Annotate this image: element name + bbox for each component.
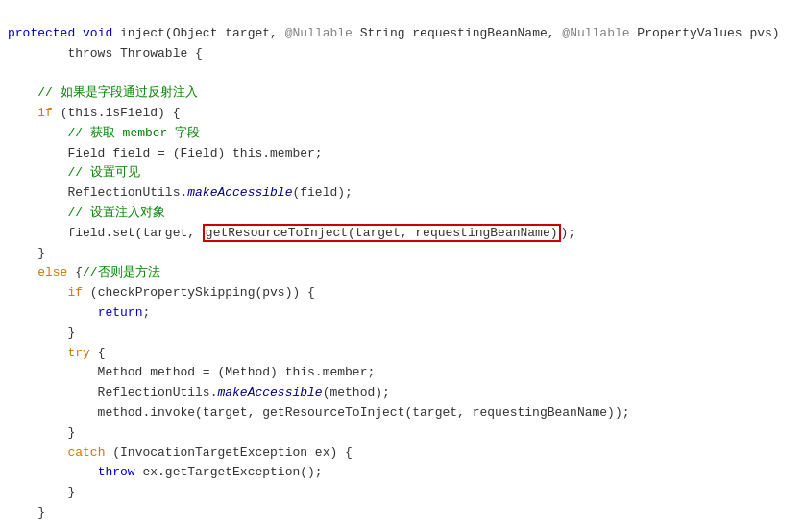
code-editor: protected void inject(Object target, @Nu…	[8, 4, 796, 532]
comment-3: // 设置可见	[8, 165, 140, 180]
method-makeAccessible-2: makeAccessible	[217, 385, 322, 399]
line-19: ReflectionUtils.makeAccessible(method);	[8, 385, 390, 399]
highlight-getresource: getResourceToInject(target, requestingBe…	[203, 224, 561, 242]
comment-2: // 获取 member 字段	[8, 126, 200, 140]
line-8: // 设置可见	[8, 165, 140, 180]
keyword-if-1: if	[37, 106, 53, 120]
line-9: ReflectionUtils.makeAccessible(field);	[8, 185, 353, 200]
line-6: // 获取 member 字段	[8, 126, 200, 140]
line-16: }	[8, 326, 75, 340]
keyword-throw: throw	[98, 465, 135, 479]
keyword-void: void	[83, 26, 112, 40]
line-5: if (this.isField) {	[8, 106, 180, 120]
line-23: throw ex.getTargetException();	[8, 465, 323, 479]
line-1: protected void inject(Object target, @Nu…	[8, 26, 780, 40]
line-18: Method method = (Method) this.member;	[8, 365, 375, 379]
keyword-protected: protected	[8, 26, 75, 40]
line-2: throws Throwable {	[8, 46, 203, 60]
keyword-else: else	[37, 265, 67, 279]
line-20: method.invoke(target, getResourceToInjec…	[8, 405, 630, 420]
line-10: // 设置注入对象	[8, 206, 165, 220]
line-7: Field field = (Field) this.member;	[8, 146, 323, 160]
comment-5: //否则是方法	[83, 265, 160, 279]
line-15: return;	[8, 305, 150, 320]
line-22: catch (InvocationTargetException ex) {	[8, 446, 353, 460]
line-4: // 如果是字段通过反射注入	[8, 85, 198, 100]
annotation-nullable-2: @Nullable	[562, 26, 629, 40]
line-11: field.set(target, getResourceToInject(ta…	[8, 224, 575, 242]
method-makeAccessible-1: makeAccessible	[187, 185, 292, 200]
line-12: }	[8, 246, 45, 260]
keyword-return: return	[98, 305, 143, 320]
keyword-catch: catch	[67, 446, 105, 460]
comment-1: // 如果是字段通过反射注入	[8, 85, 198, 100]
line-17: try {	[8, 346, 105, 360]
line-21: }	[8, 425, 75, 440]
line-24: }	[8, 485, 75, 499]
line-13: else {//否则是方法	[8, 265, 160, 279]
comment-4: // 设置注入对象	[8, 206, 165, 220]
line-25: }	[8, 505, 45, 520]
line-14: if (checkPropertySkipping(pvs)) {	[8, 285, 315, 300]
keyword-try: try	[67, 346, 89, 360]
annotation-nullable-1: @Nullable	[285, 26, 353, 40]
keyword-if-2: if	[67, 285, 83, 300]
